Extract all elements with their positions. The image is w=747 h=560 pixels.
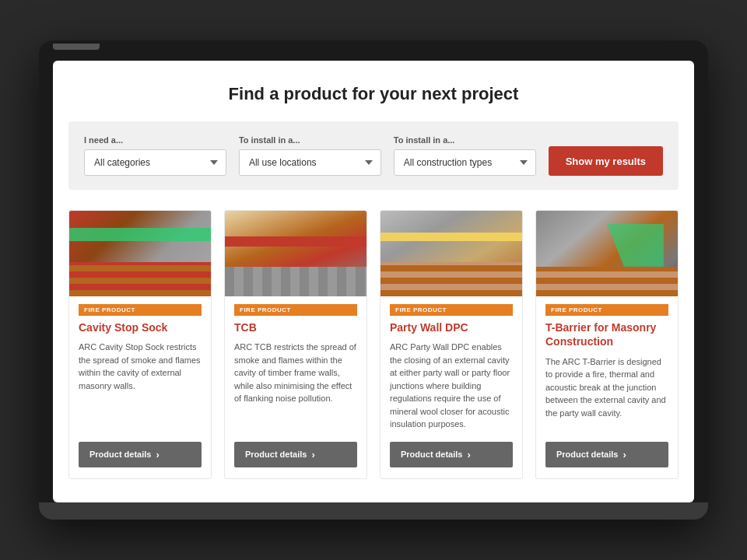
product-image-3 (381, 211, 522, 296)
product-desc-4: The ARC T-Barrier is designed to provide… (545, 355, 668, 431)
product-name-4: T-Barrier for Masonry Construction (545, 320, 668, 348)
page-title: Find a product for your next project (68, 84, 679, 104)
product-desc-1: ARC Cavity Stop Sock restricts the sprea… (79, 341, 202, 431)
location-select[interactable]: All use locations External walls Interna… (239, 149, 381, 176)
product-name-1: Cavity Stop Sock (79, 320, 202, 334)
product-details-label-1: Product details (89, 450, 151, 459)
product-details-button-2[interactable]: Product details › (234, 442, 357, 467)
chevron-right-icon-1: › (156, 449, 159, 460)
fire-badge-4: FIRE PRODUCT (545, 304, 668, 316)
product-body-4: FIRE PRODUCT T-Barrier for Masonry Const… (536, 296, 678, 478)
product-card-2: FIRE PRODUCT TCB ARC TCB restricts the s… (224, 210, 367, 479)
product-image-4 (536, 211, 678, 296)
laptop-base (39, 502, 708, 520)
location-filter-group: To install in a... All use locations Ext… (239, 135, 381, 176)
product-body-2: FIRE PRODUCT TCB ARC TCB restricts the s… (225, 296, 366, 478)
product-details-button-4[interactable]: Product details › (545, 442, 668, 467)
category-filter-group: I need a... All categories Fire products… (84, 135, 226, 176)
product-image-1 (69, 211, 211, 296)
laptop-screen: Find a product for your next project I n… (53, 61, 694, 502)
product-desc-2: ARC TCB restricts the spread of smoke an… (234, 341, 357, 431)
product-name-3: Party Wall DPC (390, 320, 513, 334)
chevron-right-icon-3: › (467, 449, 470, 460)
category-filter-label: I need a... (84, 135, 226, 145)
product-details-label-3: Product details (401, 450, 462, 459)
product-details-button-1[interactable]: Product details › (79, 442, 202, 467)
location-filter-label: To install in a... (239, 135, 381, 145)
product-desc-3: ARC Party Wall DPC enables the closing o… (390, 341, 513, 431)
product-name-2: TCB (234, 320, 357, 334)
product-details-label-4: Product details (556, 450, 618, 459)
page-content: Find a product for your next project I n… (53, 61, 694, 502)
construction-filter-label: To install in a... (394, 135, 536, 145)
show-results-button[interactable]: Show my results (549, 146, 663, 176)
filter-bar: I need a... All categories Fire products… (68, 121, 679, 190)
fire-badge-2: FIRE PRODUCT (234, 304, 357, 316)
product-body-3: FIRE PRODUCT Party Wall DPC ARC Party Wa… (381, 296, 522, 478)
product-body-1: FIRE PRODUCT Cavity Stop Sock ARC Cavity… (69, 296, 211, 478)
chevron-right-icon-2: › (311, 449, 314, 460)
product-card-1: FIRE PRODUCT Cavity Stop Sock ARC Cavity… (68, 210, 212, 479)
laptop-container: Find a product for your next project I n… (39, 40, 708, 520)
product-card-4: FIRE PRODUCT T-Barrier for Masonry Const… (535, 210, 679, 479)
product-details-label-2: Product details (245, 450, 307, 459)
product-card-3: FIRE PRODUCT Party Wall DPC ARC Party Wa… (380, 210, 523, 479)
chevron-right-icon-4: › (622, 449, 626, 460)
laptop-notch (53, 44, 100, 50)
category-select[interactable]: All categories Fire products Acoustic pr… (84, 149, 226, 176)
product-details-button-3[interactable]: Product details › (390, 442, 513, 467)
fire-badge-1: FIRE PRODUCT (79, 304, 202, 316)
products-grid: FIRE PRODUCT Cavity Stop Sock ARC Cavity… (68, 210, 679, 479)
product-image-2 (225, 211, 366, 296)
fire-badge-3: FIRE PRODUCT (390, 304, 513, 316)
construction-filter-group: To install in a... All construction type… (394, 135, 536, 176)
construction-select[interactable]: All construction types Masonry Timber fr… (394, 149, 536, 176)
